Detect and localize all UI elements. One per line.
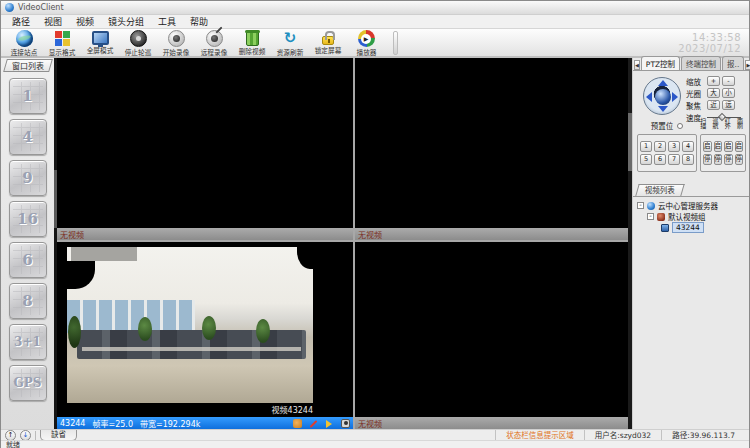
pan-down-arrow[interactable] [658,106,668,112]
pan-up-arrow[interactable] [658,80,668,86]
video-status-bar: 无视频 [57,228,353,240]
delete-video-button[interactable]: 删除视频 [233,30,271,56]
tab-terminal-control[interactable]: 终端控制 [681,56,721,70]
bottom-strip: ↑ ↓ 缺省 状态栏信息提示区域 用户名:szyd032 路径:39.96.11… [1,429,749,440]
iris-close-button[interactable]: 小 [722,88,735,98]
layout-1-button[interactable]: 1 [9,78,47,114]
preset-2-button[interactable]: 2 [654,141,666,152]
function-start-stop-pad: 启 启 启 启 停 停 停 停 [700,134,746,172]
scene-blur-patch [71,247,137,261]
resource-refresh-button[interactable]: ↻ 资源刷新 [271,30,309,57]
camera-node-icon [661,224,669,232]
preset-3-button[interactable]: 3 [668,141,680,152]
iris-open-button[interactable]: 大 [707,88,720,98]
toolbar-grip[interactable] [393,31,398,55]
preset-8-button[interactable]: 8 [682,154,694,165]
tab-scroll-right-icon[interactable]: ▶ [745,60,750,70]
video-window-1[interactable]: 无视频 [57,58,353,240]
menu-camera-group[interactable]: 镜头分组 [101,15,151,28]
video-client-window: VideoClient 路径 视图 视频 镜头分组 工具 帮助 连接站点 显示格… [0,0,750,448]
tree-node-group[interactable]: - 默认视频组 [637,211,747,222]
scroll-down-button[interactable]: ↓ [20,430,31,441]
scan-stop-button[interactable]: 停 [703,154,712,165]
preset-radio[interactable] [677,123,683,129]
layout-9-button[interactable]: 9 [9,160,47,196]
tab-alarm[interactable]: 报.. [722,56,744,70]
preset-6-button[interactable]: 6 [654,154,666,165]
main-area: 窗口列表 1 4 9 16 6 8 3+1 GPS 无视频 无视频 [1,58,749,429]
focus-label: 聚焦 [686,100,705,111]
preset-5-button[interactable]: 5 [640,154,652,165]
video-window-3-active[interactable]: 视频43244 43244 帧率=25.0 带宽=192.294k [57,242,353,429]
preset-1-button[interactable]: 1 [640,141,652,152]
cruise-start-button[interactable]: 启 [714,141,723,152]
app-icon [5,3,14,12]
zoom-in-button[interactable]: + [707,76,720,86]
video-window-2[interactable]: 无视频 [355,58,628,240]
clock-time: 14:33:58 [678,32,741,43]
wiper-start-button[interactable]: 启 [735,141,744,152]
fullscreen-mode-button[interactable]: 全屏模式 [81,30,119,55]
cruise-label: 巡航 [712,118,719,133]
tab-scroll-left-icon[interactable]: ◀ [634,60,640,70]
preset-7-button[interactable]: 7 [668,154,680,165]
ptz-hand-icon[interactable] [293,419,302,428]
layout-buttons: 1 4 9 16 6 8 3+1 GPS [1,76,54,401]
menu-video[interactable]: 视频 [69,15,101,28]
wiper-stop-button[interactable]: 停 [735,154,744,165]
collapse-icon[interactable]: - [637,202,644,209]
preset-label: 预置位 [651,120,674,131]
player-button[interactable]: ▶ 播放器 [347,30,385,57]
video-window-4[interactable]: 无视频 [355,242,628,429]
status-hint: 状态栏信息提示区域 [495,430,584,441]
control-tabs: ◀ PTZ控制 终端控制 报.. ▶ [633,58,749,71]
tab-default-view[interactable]: 缺省 [40,430,77,441]
menu-help[interactable]: 帮助 [183,15,215,28]
focus-near-button[interactable]: 近 [707,100,720,110]
focus-far-button[interactable]: 远 [722,100,735,110]
bandwidth-value: 带宽=192.294k [140,418,200,429]
connect-site-button[interactable]: 连接站点 [5,30,43,57]
lock-icon [322,36,334,45]
layout-3plus1-button[interactable]: 3+1 [9,324,47,360]
layout-gps-button[interactable]: GPS [9,365,47,401]
scan-start-button[interactable]: 启 [703,141,712,152]
layout-16-button[interactable]: 16 [9,201,47,237]
pan-left-arrow[interactable] [646,92,652,102]
lock-screen-button[interactable]: 锁定屏幕 [309,30,347,55]
start-record-button[interactable]: 开始录像 [157,30,195,57]
remote-record-button[interactable]: 远程录像 [195,30,233,57]
speaker-icon[interactable] [325,419,334,428]
status-username: 用户名:szyd032 [584,430,661,441]
snapshot-camera-icon[interactable] [341,419,350,428]
menu-view[interactable]: 视图 [37,15,69,28]
layout-6-button[interactable]: 6 [9,242,47,278]
preset-4-button[interactable]: 4 [682,141,694,152]
tab-window-list[interactable]: 窗口列表 [3,59,53,72]
menu-tools[interactable]: 工具 [151,15,183,28]
status-bar: 就绪 [1,440,749,448]
stop-tour-button[interactable]: 停止轮巡 [119,30,157,57]
tab-video-list[interactable]: 视频列表 [635,184,684,196]
ptz-joystick[interactable] [643,77,681,115]
clock-date: 2023/07/12 [678,43,741,54]
scroll-up-button[interactable]: ↑ [5,430,16,441]
infrared-start-button[interactable]: 启 [724,141,733,152]
tree-node-server[interactable]: - 云中心管理服务器 [637,200,747,211]
tab-ptz-control[interactable]: PTZ控制 [641,56,680,70]
tree-node-camera[interactable]: 43244 [637,222,747,233]
preset-function-row: 预置位 扫描 巡航 红外 雨刷 [637,118,746,133]
menu-path[interactable]: 路径 [5,15,37,28]
layout-4-button[interactable]: 4 [9,119,47,155]
collapse-icon[interactable]: - [647,213,654,220]
zoom-out-button[interactable]: - [722,76,735,86]
trash-icon [246,31,259,46]
annotate-pen-icon[interactable] [309,419,318,428]
pan-right-arrow[interactable] [672,92,678,102]
window-title: VideoClient [18,3,64,12]
cruise-stop-button[interactable]: 停 [714,154,723,165]
joystick-knob[interactable] [655,89,671,105]
infrared-stop-button[interactable]: 停 [724,154,733,165]
display-format-button[interactable]: 显示格式 [43,30,81,57]
layout-8-button[interactable]: 8 [9,283,47,319]
